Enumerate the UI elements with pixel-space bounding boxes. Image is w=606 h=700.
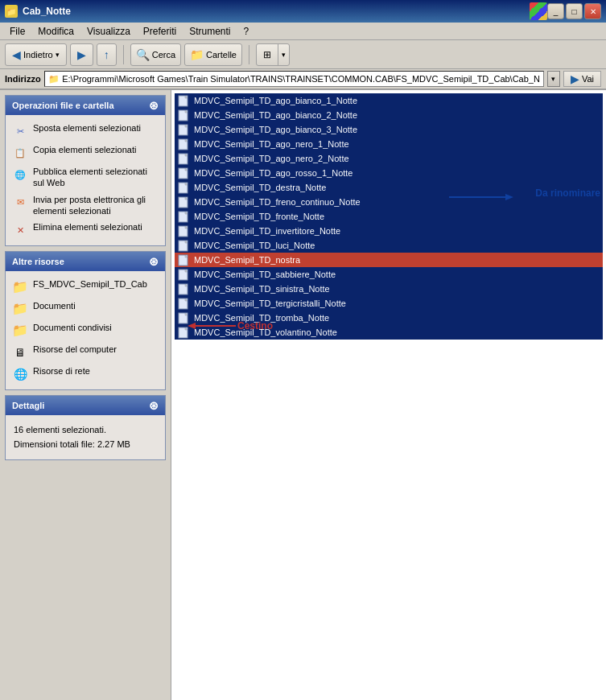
other-section: Altre risorse ⊛ 📁 FS_MDVC_Semipil_TD_Cab…: [5, 251, 166, 390]
file-item-10[interactable]: MDVC_Semipil_TD_luci_Notte: [175, 238, 603, 253]
windows-logo: [530, 2, 547, 20]
menu-file[interactable]: File: [3, 24, 31, 39]
address-folder-icon: 📁: [48, 74, 60, 84]
details-size: Dimensioni totali file: 2.27 MB: [14, 438, 157, 452]
menu-help[interactable]: ?: [237, 24, 256, 39]
delete-item[interactable]: ✕ Elimina elementi selezionati: [9, 219, 162, 241]
views-dropdown-arrow-icon: ▾: [278, 44, 289, 65]
file-item-0[interactable]: MDVC_Semipil_TD_ago_bianco_1_Notte: [175, 93, 603, 108]
back-label: Indietro: [23, 50, 53, 60]
file-item-12[interactable]: MDVC_Semipil_TD_sabbiere_Notte: [175, 267, 603, 282]
title-bar: 📁 Cab_Notte _ □ ✕: [0, 0, 606, 23]
folders-button[interactable]: 📁 Cartelle: [184, 43, 242, 66]
minimize-button[interactable]: _: [547, 3, 564, 19]
file-icon-16: [178, 326, 191, 339]
up-button[interactable]: ↑: [97, 43, 117, 66]
file-item-7[interactable]: MDVC_Semipil_TD_freno_continuo_Notte: [175, 195, 603, 209]
file-item-16[interactable]: MDVC_Semipil_TD_volantino_Notte: [175, 325, 603, 340]
file-item-1[interactable]: MDVC_Semipil_TD_ago_bianco_2_Notte: [175, 108, 603, 122]
file-icon-15: [178, 311, 191, 324]
file-icon-1: [178, 109, 191, 121]
file-item-14[interactable]: MDVC_Semipil_TD_tergicristalli_Notte: [175, 296, 603, 311]
operations-toggle-icon: ⊛: [149, 99, 159, 112]
my-computer-item[interactable]: 🖥 Risorse del computer: [9, 341, 162, 363]
menu-preferiti[interactable]: Preferiti: [137, 24, 183, 39]
folders-icon: 📁: [190, 48, 204, 61]
back-button[interactable]: ◀ Indietro ▾: [5, 43, 67, 66]
file-item-11[interactable]: MDVC_Semipil_TD_nostra: [175, 253, 603, 267]
move-item[interactable]: ✂ Sposta elementi selezionati: [9, 120, 162, 142]
details-section: Dettagli ⊛ 16 elementi selezionati. Dime…: [5, 395, 166, 460]
file-name-2: MDVC_Semipil_TD_ago_bianco_3_Notte: [194, 125, 357, 134]
file-item-8[interactable]: MDVC_Semipil_TD_fronte_Notte: [175, 209, 603, 224]
file-name-16: MDVC_Semipil_TD_volantino_Notte: [194, 327, 337, 337]
file-name-12: MDVC_Semipil_TD_sabbiere_Notte: [194, 270, 336, 279]
file-icon-10: [178, 239, 191, 252]
email-label: Invia per posta elettronica gli elementi…: [33, 194, 159, 217]
file-item-9[interactable]: MDVC_Semipil_TD_invertitore_Notte: [175, 224, 603, 238]
window-icon: 📁: [5, 5, 18, 18]
details-count: 16 elementi selezionati.: [14, 423, 157, 438]
file-icon-9: [178, 224, 191, 237]
file-name-13: MDVC_Semipil_TD_sinistra_Notte: [194, 284, 330, 294]
file-name-14: MDVC_Semipil_TD_tergicristalli_Notte: [194, 299, 346, 308]
file-icon-13: [178, 282, 191, 295]
shared-documents-label: Documenti condivisi: [33, 322, 112, 333]
go-button[interactable]: ▶ Vai: [563, 71, 601, 87]
search-icon: 🔍: [136, 48, 150, 61]
network-label: Risorse di rete: [33, 365, 90, 377]
operations-section: Operazioni file e cartella ⊛ ✂ Sposta el…: [5, 95, 166, 246]
file-name-3: MDVC_Semipil_TD_ago_nero_1_Notte: [194, 139, 349, 149]
address-dropdown-arrow[interactable]: ▾: [547, 71, 560, 87]
file-name-6: MDVC_Semipil_TD_destra_Notte: [194, 183, 326, 192]
file-icon-12: [178, 268, 191, 281]
forward-button[interactable]: ▶: [70, 43, 93, 66]
my-computer-icon: 🖥: [12, 344, 28, 360]
file-icon-5: [178, 167, 191, 179]
file-name-8: MDVC_Semipil_TD_fronte_Notte: [194, 212, 324, 221]
menu-visualizza[interactable]: Visualizza: [80, 24, 137, 39]
operations-title: Operazioni file e cartella: [12, 101, 114, 110]
details-header[interactable]: Dettagli ⊛: [6, 396, 165, 415]
other-body: 📁 FS_MDVC_Semipil_TD_Cab 📁 Documenti 📁 D…: [6, 271, 165, 389]
file-name-1: MDVC_Semipil_TD_ago_bianco_2_Notte: [194, 110, 357, 120]
email-item[interactable]: ✉ Invia per posta elettronica gli elemen…: [9, 191, 162, 220]
file-name-5: MDVC_Semipil_TD_ago_rosso_1_Notte: [194, 168, 352, 178]
operations-body: ✂ Sposta elementi selezionati 📋 Copia el…: [6, 115, 165, 245]
file-item-2[interactable]: MDVC_Semipil_TD_ago_bianco_3_Notte: [175, 122, 603, 137]
other-header[interactable]: Altre risorse ⊛: [6, 252, 165, 271]
file-list-area[interactable]: MDVC_Semipil_TD_ago_bianco_1_Notte MDVC_…: [171, 90, 606, 700]
file-item-3[interactable]: MDVC_Semipil_TD_ago_nero_1_Notte: [175, 137, 603, 151]
other-title: Altre risorse: [12, 257, 64, 266]
file-item-5[interactable]: MDVC_Semipil_TD_ago_rosso_1_Notte: [175, 166, 603, 180]
publish-item[interactable]: 🌐 Pubblica elementi selezionati sul Web: [9, 163, 162, 191]
views-button[interactable]: ⊞ ▾: [256, 43, 290, 66]
email-icon: ✉: [12, 195, 28, 211]
documents-icon: 📁: [12, 301, 28, 317]
close-button[interactable]: ✕: [584, 3, 601, 19]
shared-documents-item[interactable]: 📁 Documenti condivisi: [9, 319, 162, 341]
file-item-13[interactable]: MDVC_Semipil_TD_sinistra_Notte: [175, 282, 603, 296]
left-panel: Operazioni file e cartella ⊛ ✂ Sposta el…: [0, 90, 171, 700]
network-item[interactable]: 🌐 Risorse di rete: [9, 363, 162, 385]
menu-strumenti[interactable]: Strumenti: [183, 24, 237, 39]
fs-mdvc-folder-item[interactable]: 📁 FS_MDVC_Semipil_TD_Cab: [9, 276, 162, 298]
details-toggle-icon: ⊛: [149, 399, 159, 412]
documents-item[interactable]: 📁 Documenti: [9, 298, 162, 319]
search-button[interactable]: 🔍 Cerca: [130, 43, 181, 66]
window-controls: _ □ ✕: [547, 3, 601, 19]
file-item-15[interactable]: MDVC_Semipil_TD_tromba_Notte: [175, 311, 603, 325]
file-icon-3: [178, 138, 191, 150]
forward-arrow-icon: ▶: [77, 48, 86, 61]
operations-header[interactable]: Operazioni file e cartella ⊛: [6, 96, 165, 115]
file-name-7: MDVC_Semipil_TD_freno_continuo_Notte: [194, 197, 361, 207]
maximize-button[interactable]: □: [566, 3, 583, 19]
file-name-11: MDVC_Semipil_TD_nostra: [194, 255, 300, 265]
file-item-4[interactable]: MDVC_Semipil_TD_ago_nero_2_Notte: [175, 151, 603, 166]
search-label: Cerca: [152, 50, 175, 60]
copy-item[interactable]: 📋 Copia elementi selezionati: [9, 142, 162, 163]
address-bar: Indirizzo 📁 E:\Programmi\Microsoft Games…: [0, 69, 606, 90]
menu-modifica[interactable]: Modifica: [31, 24, 80, 39]
address-input[interactable]: 📁 E:\Programmi\Microsoft Games\Train Sim…: [44, 71, 544, 87]
file-item-6[interactable]: MDVC_Semipil_TD_destra_Notte: [175, 180, 603, 195]
